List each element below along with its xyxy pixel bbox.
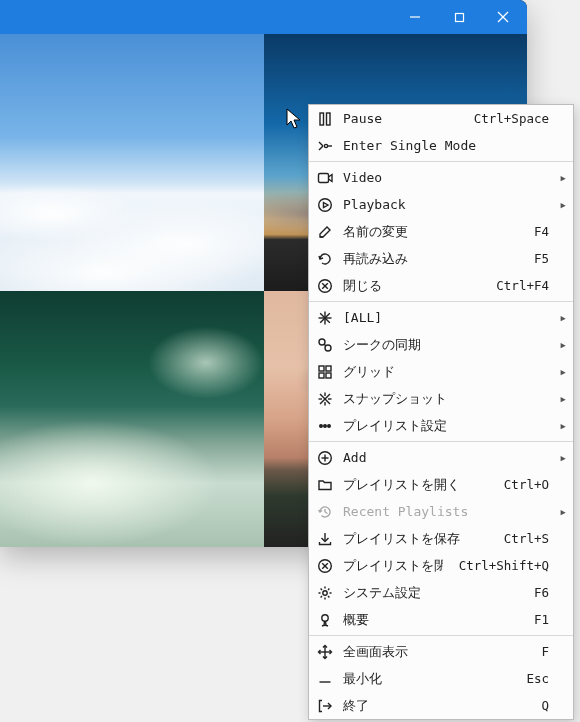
maximize-button[interactable] — [437, 1, 481, 33]
menu-item[interactable]: プレイリスト設定▸ — [309, 412, 573, 439]
grid-icon — [315, 362, 335, 382]
svg-rect-4 — [320, 113, 324, 125]
snapshot-icon — [315, 389, 335, 409]
mouse-cursor — [286, 108, 304, 132]
menu-item[interactable]: スナップショット▸ — [309, 385, 573, 412]
minimize-icon — [315, 669, 335, 689]
menu-item[interactable]: グリッド▸ — [309, 358, 573, 385]
menu-item[interactable]: PauseCtrl+Space — [309, 105, 573, 132]
submenu-arrow-icon: ▸ — [557, 170, 567, 185]
menu-item-label: 名前の変更 — [343, 223, 518, 241]
menu-item-label: シークの同期 — [343, 336, 549, 354]
menu-item-label: Add — [343, 450, 549, 465]
svg-rect-1 — [455, 13, 463, 21]
submenu-arrow-icon: ▸ — [557, 310, 567, 325]
menu-item-label: 概要 — [343, 611, 518, 629]
titlebar — [0, 0, 527, 34]
svg-point-46 — [322, 614, 328, 620]
menu-item-shortcut: Ctrl+Space — [466, 111, 549, 126]
submenu-arrow-icon: ▸ — [557, 197, 567, 212]
menu-item[interactable]: 概要F1 — [309, 606, 573, 633]
close-button[interactable] — [481, 1, 525, 33]
menu-item[interactable]: Enter Single Mode — [309, 132, 573, 159]
close-x-icon — [315, 276, 335, 296]
menu-item[interactable]: プレイリストを閉じるCtrl+Shift+Q — [309, 552, 573, 579]
minimize-button[interactable] — [393, 1, 437, 33]
submenu-arrow-icon: ▸ — [557, 337, 567, 352]
single-mode-icon — [315, 136, 335, 156]
menu-item-label: Video — [343, 170, 549, 185]
menu-item: Recent Playlists▸ — [309, 498, 573, 525]
menu-item[interactable]: プレイリストを保存Ctrl+S — [309, 525, 573, 552]
about-icon — [315, 610, 335, 630]
rename-icon — [315, 222, 335, 242]
menu-item[interactable]: Playback▸ — [309, 191, 573, 218]
menu-separator — [309, 441, 573, 442]
menu-item-label: 終了 — [343, 697, 525, 715]
menu-item[interactable]: システム設定F6 — [309, 579, 573, 606]
menu-item[interactable]: シークの同期▸ — [309, 331, 573, 358]
menu-separator — [309, 635, 573, 636]
video-cell[interactable] — [0, 34, 264, 291]
menu-item-label: 再読み込み — [343, 250, 518, 268]
menu-item-label: Enter Single Mode — [343, 138, 549, 153]
menu-item-label: 全画面表示 — [343, 643, 525, 661]
menu-item-shortcut: Q — [533, 698, 549, 713]
submenu-arrow-icon: ▸ — [557, 391, 567, 406]
svg-rect-26 — [326, 373, 331, 378]
menu-item-label: プレイリストを保存 — [343, 530, 488, 548]
menu-item-shortcut: F5 — [526, 251, 549, 266]
svg-rect-25 — [319, 373, 324, 378]
menu-item-shortcut: Ctrl+F4 — [488, 278, 549, 293]
menu-item[interactable]: 終了Q — [309, 692, 573, 719]
svg-line-40 — [325, 512, 328, 514]
menu-item-shortcut: F6 — [526, 585, 549, 600]
fullscreen-icon — [315, 642, 335, 662]
video-cell[interactable] — [0, 291, 264, 548]
submenu-arrow-icon: ▸ — [557, 450, 567, 465]
playback-icon — [315, 195, 335, 215]
menu-item-shortcut: Ctrl+S — [496, 531, 549, 546]
seek-sync-icon — [315, 335, 335, 355]
menu-item[interactable]: 名前の変更F4 — [309, 218, 573, 245]
menu-item[interactable]: Add▸ — [309, 444, 573, 471]
add-icon — [315, 448, 335, 468]
svg-point-33 — [320, 424, 323, 427]
submenu-arrow-icon: ▸ — [557, 504, 567, 519]
menu-item[interactable]: 最小化Esc — [309, 665, 573, 692]
menu-item-label: プレイリストを開く — [343, 476, 488, 494]
menu-item-shortcut: Ctrl+Shift+Q — [451, 558, 549, 573]
menu-item-label: 最小化 — [343, 670, 510, 688]
svg-rect-24 — [326, 366, 331, 371]
svg-point-35 — [328, 424, 331, 427]
svg-rect-23 — [319, 366, 324, 371]
pause-icon — [315, 109, 335, 129]
svg-line-6 — [319, 142, 323, 146]
menu-item-shortcut: F — [533, 644, 549, 659]
menu-item-shortcut: F1 — [526, 612, 549, 627]
menu-item-label: グリッド — [343, 363, 549, 381]
menu-item-label: プレイリストを閉じる — [343, 557, 443, 575]
quit-icon — [315, 696, 335, 716]
menu-item-label: 閉じる — [343, 277, 480, 295]
menu-item[interactable]: [ALL]▸ — [309, 304, 573, 331]
menu-item[interactable]: 全画面表示F — [309, 638, 573, 665]
menu-item-label: プレイリスト設定 — [343, 417, 549, 435]
svg-point-8 — [324, 144, 327, 147]
playlist-settings-icon — [315, 416, 335, 436]
menu-item[interactable]: プレイリストを開くCtrl+O — [309, 471, 573, 498]
svg-rect-10 — [319, 173, 329, 182]
menu-item-label: [ALL] — [343, 310, 549, 325]
menu-item[interactable]: Video▸ — [309, 164, 573, 191]
all-icon — [315, 308, 335, 328]
submenu-arrow-icon: ▸ — [557, 364, 567, 379]
reload-icon — [315, 249, 335, 269]
video-icon — [315, 168, 335, 188]
settings-icon — [315, 583, 335, 603]
menu-item[interactable]: 再読み込みF5 — [309, 245, 573, 272]
recent-icon — [315, 502, 335, 522]
menu-item[interactable]: 閉じるCtrl+F4 — [309, 272, 573, 299]
menu-separator — [309, 161, 573, 162]
menu-item-shortcut: F4 — [526, 224, 549, 239]
context-menu: PauseCtrl+SpaceEnter Single ModeVideo▸Pl… — [308, 104, 574, 720]
